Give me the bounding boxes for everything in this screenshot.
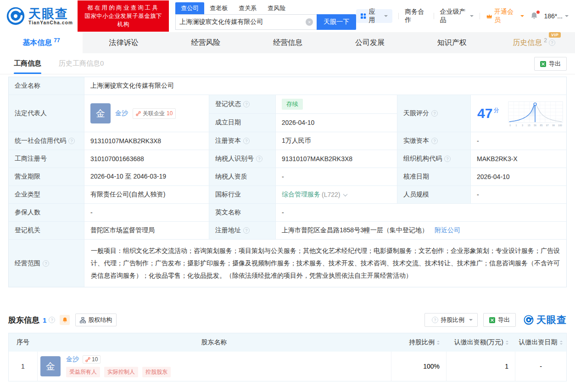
search-tab-boss[interactable]: 查老板 — [204, 2, 233, 14]
score-label-cell: 天眼评分 — [397, 95, 471, 132]
row-reg-authority: 登记机关 普陀区市场监督管理局 注册地址 上海市普陀区金昌路1858号3幢一层（… — [9, 222, 566, 240]
tab-company-development[interactable]: 公司发展 — [329, 32, 411, 53]
row-insured: 参保人数 - 英文名称 - — [9, 204, 566, 222]
tab-basic-info[interactable]: 基本信息 77 — [0, 32, 83, 53]
english-name-label: 英文名称 — [209, 204, 276, 221]
taxpayer-id-label-cell: 纳税人识别号 — [209, 150, 276, 168]
tianyancha-logo[interactable]: 天眼查 TianYanCha.com — [6, 6, 73, 26]
svg-text:56: 56 — [534, 124, 536, 127]
row-company-name: 企业名称 上海澜骏宸文化传媒有限公司 — [9, 77, 566, 95]
reg-capital-label-cell: 注册资本 — [209, 132, 276, 150]
est-date-value: 2026-04-10 — [276, 114, 397, 132]
address-value: 上海市普陀区金昌路1858号3幢一层（集中登记地） — [282, 226, 428, 235]
help-icon — [243, 101, 250, 107]
vip-membership-link[interactable]: 开通会员 — [486, 8, 524, 24]
apps-button[interactable]: 应用 — [356, 9, 392, 23]
shareholders-title: 股东信息 — [8, 315, 39, 325]
promo-line2: 国家中小企业发展子基金旗下机构 — [82, 12, 165, 28]
chevron-down-icon[interactable] — [343, 192, 348, 196]
business-cooperation-link[interactable]: 商务合作 — [405, 8, 427, 24]
col-subscribed-amount[interactable]: 认缴出资额(万元) — [446, 338, 515, 347]
grid-icon — [361, 13, 366, 19]
legal-rep-link[interactable]: 金沙 — [115, 109, 128, 118]
account-menu[interactable]: 186*... — [544, 12, 569, 20]
paid-capital-label-cell: 实缴资本 — [397, 132, 471, 150]
shareholder-link[interactable]: 金沙 — [66, 355, 79, 364]
tab-legal-litigation[interactable]: 法律诉讼 — [83, 32, 165, 53]
score-cell: 47 分 — [471, 95, 566, 132]
legal-rep-avatar[interactable]: 金 — [90, 103, 111, 123]
legal-rep-label: 法定代表人 — [9, 95, 84, 132]
col-subscribed-date[interactable]: 认缴出资日期 — [515, 338, 566, 347]
search-tab-company[interactable]: 查公司 — [175, 2, 204, 14]
search-tab-risk[interactable]: 查风险 — [262, 2, 291, 14]
top-header: 天眼查 TianYanCha.com 都在用的商业查询工具 国家中小企业发展子基… — [0, 0, 575, 32]
taxpayer-id-value: 91310107MAKB2RK3X8 — [276, 150, 397, 168]
shareholders-export-button[interactable]: 导出 — [483, 313, 516, 327]
insured-count-label: 参保人数 — [9, 204, 84, 221]
tag-controlling-shareholder[interactable]: 控股股东 — [142, 367, 171, 377]
enterprise-products-link[interactable]: 企业级产品 — [440, 8, 474, 24]
search-tabs: 查公司 查老板 查关系 查风险 — [175, 2, 356, 14]
reg-capital-value: 1万人民币 — [276, 132, 397, 150]
tab-operation-info[interactable]: 经营信息 — [247, 32, 329, 53]
tab-operation-risk[interactable]: 经营风险 — [165, 32, 247, 53]
tab-history-business-info[interactable]: 历史工商信息0 — [59, 53, 104, 74]
crown-icon — [486, 13, 492, 19]
divider — [480, 13, 480, 19]
col-no: 序号 — [9, 338, 37, 347]
staff-size-value: - — [471, 186, 566, 203]
col-ratio[interactable]: 持股比例 — [391, 338, 446, 347]
svg-text:97: 97 — [546, 124, 549, 127]
business-info-table: 企业名称 上海澜骏宸文化传媒有限公司 法定代表人 金 金沙 关联企业 10 — [8, 77, 567, 287]
clear-icon[interactable] — [306, 18, 313, 26]
taxpayer-quality-label: 纳税人资质 — [209, 168, 276, 185]
related-companies-badge[interactable]: 10 — [83, 355, 100, 364]
help-icon — [243, 227, 250, 234]
top-menu: 应用 商务合作 企业级产品 开通会员 — [356, 8, 575, 24]
monitor-bell-button[interactable] — [60, 315, 70, 325]
vip-badge: VIP — [549, 32, 561, 38]
brand-domain: TianYanCha.com — [28, 20, 73, 25]
tab-history-info[interactable]: 历史信息 2 VIP — [493, 32, 575, 53]
sort-icon[interactable] — [560, 339, 563, 346]
tab-intellectual-property[interactable]: 知识产权 — [411, 32, 493, 53]
export-button[interactable]: 导出 — [534, 57, 567, 71]
reg-no-value: 310107001663688 — [84, 150, 209, 168]
search-input[interactable] — [179, 18, 306, 26]
org-code-label-cell: 组织机构代码 — [397, 150, 471, 168]
staff-size-label: 人员规模 — [397, 186, 471, 203]
shareholder-avatar[interactable]: 金 — [40, 356, 61, 376]
company-name-value: 上海澜骏宸文化传媒有限公司 — [84, 77, 566, 95]
ratio-filter-button[interactable]: 持股比例 — [424, 313, 478, 327]
shareholders-table-header: 序号 股东名称 持股比例 认缴出资额(万元) 认缴出资日期 — [9, 333, 566, 352]
shareholder-no: 1 — [9, 352, 37, 381]
tag-beneficial-owner[interactable]: 受益所有人 — [66, 367, 100, 377]
related-companies-badge[interactable]: 关联企业 10 — [133, 108, 176, 119]
page: 天眼查 TianYanCha.com 都在用的商业查询工具 国家中小企业发展子基… — [0, 0, 575, 392]
scope-label-cell: 经营范围 — [9, 240, 84, 287]
divider — [398, 13, 399, 19]
shareholder-ratio: 100% — [391, 352, 446, 381]
sort-icon[interactable] — [506, 339, 508, 346]
search-tab-relation[interactable]: 查关系 — [233, 2, 262, 14]
search-area: 查公司 查老板 查关系 查风险 天眼一下 — [175, 2, 356, 30]
equity-structure-button[interactable]: 股权结构 — [75, 314, 117, 326]
english-name-value: - — [276, 204, 566, 221]
nearby-companies-link[interactable]: 附近公司 — [435, 226, 460, 235]
score-distribution-chart: 0 1 3 15 56 85 97 99 100 — [508, 99, 564, 128]
shareholders-header-right: 持股比例 导出 天眼查 — [424, 313, 567, 327]
shareholder-name-cell: 金 金沙 10 — [37, 352, 391, 381]
search-button[interactable]: 天眼一下 — [317, 14, 356, 30]
reg-status-label-cell: 登记状态 — [209, 95, 276, 113]
score-unit: 分 — [493, 106, 499, 114]
scope-value: 一般项目：组织文化艺术交流活动；咨询策划服务；项目策划与公关服务；其他文化艺术经… — [84, 240, 566, 287]
reg-status-cell: 存续 — [276, 95, 397, 113]
sort-icon[interactable] — [437, 339, 440, 346]
main-nav: 基本信息 77 法律诉讼 经营风险 经营信息 公司发展 知识产权 历史信息 2 … — [0, 32, 575, 53]
tag-actual-controller[interactable]: 实际控制人 — [104, 367, 138, 377]
notification-bell[interactable] — [530, 12, 538, 20]
brand-name: 天眼查 — [28, 7, 73, 20]
tab-business-registration-info[interactable]: 工商信息 — [14, 53, 41, 74]
shareholder-row: 1 金 金沙 10 — [9, 352, 566, 381]
